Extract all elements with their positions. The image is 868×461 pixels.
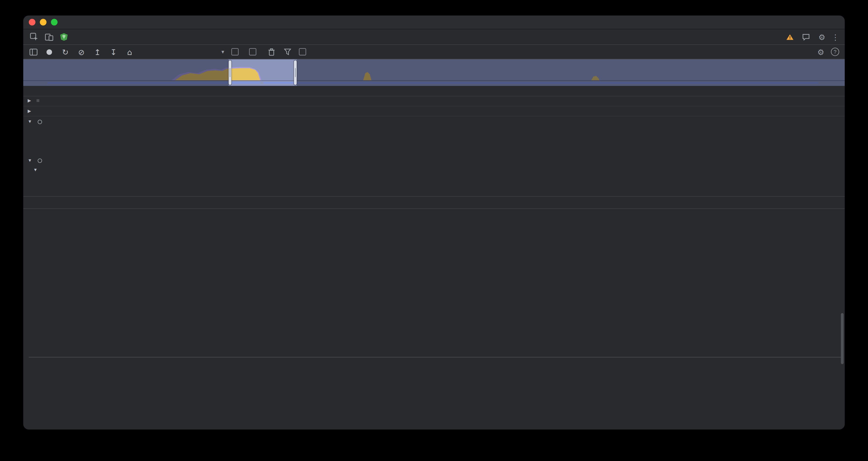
checkbox-box[interactable]	[249, 48, 256, 55]
device-toolbar-icon[interactable]	[41, 29, 56, 44]
kebab-menu-icon[interactable]: ⋮	[832, 33, 839, 40]
checkbox-box[interactable]	[299, 48, 306, 55]
settings-gear-icon[interactable]: ⚙	[818, 33, 826, 40]
load-profile-button[interactable]: ↥	[93, 48, 102, 56]
summary-divider	[29, 357, 843, 357]
expanded-triangle-icon[interactable]: ▼	[28, 158, 32, 163]
collapsed-triangle-icon[interactable]: ▶	[28, 109, 31, 114]
overview-dim-right	[297, 59, 845, 86]
ignore-listing-icon[interactable]	[283, 48, 291, 55]
toolbar-right-actions: ⚙ ?	[817, 48, 839, 56]
timeline-ruler	[23, 86, 845, 96]
dim-3rd-parties-checkbox[interactable]	[299, 48, 309, 55]
home-button[interactable]: ⌂	[125, 48, 134, 56]
save-profile-button[interactable]: ↧	[109, 48, 118, 56]
extension-icon[interactable]	[56, 29, 71, 44]
help-icon[interactable]: ?	[831, 48, 839, 56]
performance-toolbar: ↻ ⊘ ↥ ↧ ⌂ ▾	[23, 45, 845, 59]
warning-icon	[786, 34, 794, 40]
sidebar-toggle-icon[interactable]	[29, 48, 38, 56]
row-divider	[23, 106, 845, 107]
gc-icon[interactable]	[267, 48, 276, 56]
track-config-icon[interactable]	[38, 158, 42, 163]
tabbar-actions: ⚙ ⋮	[786, 29, 845, 44]
timings-track-header[interactable]: ▶	[28, 109, 34, 114]
history-dropdown[interactable]: ▾	[141, 49, 224, 55]
minimize-button[interactable]	[40, 19, 46, 25]
devtools-window: ⚙ ⋮ ↻ ⊘ ↥ ↧ ⌂ ▾	[23, 16, 845, 430]
server-requests-track-header[interactable]: ▼	[28, 119, 45, 124]
details-tabbar	[23, 196, 845, 209]
window-titlebar	[23, 16, 845, 29]
issues-bubble-icon	[802, 33, 810, 40]
row-divider	[23, 116, 845, 117]
track-marker-icon	[36, 99, 39, 102]
window-controls	[29, 19, 58, 25]
close-button[interactable]	[29, 19, 35, 25]
track-config-icon[interactable]	[38, 119, 42, 124]
issues-badge[interactable]	[802, 33, 812, 40]
selection-handle-left[interactable]	[228, 60, 231, 85]
chevron-down-icon: ▾	[221, 49, 224, 55]
memory-checkbox[interactable]	[249, 48, 259, 55]
flame-chart[interactable]: ▶ ▶ ▼ ▼ ▼	[23, 96, 845, 196]
record-button[interactable]	[45, 49, 54, 55]
timeline-overview[interactable]	[23, 59, 845, 86]
expanded-triangle-icon[interactable]: ▼	[28, 119, 32, 124]
clear-button[interactable]: ⊘	[77, 48, 86, 56]
zoom-button[interactable]	[51, 19, 58, 25]
primary-subtrack-header[interactable]: ▼	[33, 167, 40, 172]
screen: ⚙ ⋮ ↻ ⊘ ↥ ↧ ⌂ ▾	[0, 0, 868, 461]
collapsed-triangle-icon[interactable]: ▶	[28, 98, 31, 103]
warnings-badge[interactable]	[786, 34, 796, 40]
summary-pane	[23, 209, 845, 430]
screenshots-checkbox[interactable]	[231, 48, 242, 55]
expanded-triangle-icon[interactable]: ▼	[33, 167, 38, 172]
selection-handle-right[interactable]	[294, 60, 297, 85]
devtools-tabbar: ⚙ ⋮	[23, 29, 845, 45]
inspect-element-icon[interactable]	[27, 29, 41, 44]
server-components-track-header[interactable]: ▼	[28, 158, 45, 163]
network-track-header[interactable]: ▶	[28, 98, 39, 103]
checkbox-box[interactable]	[231, 48, 239, 55]
reload-and-record-button[interactable]: ↻	[61, 48, 70, 56]
bottom-tabs	[23, 197, 30, 208]
overview-dim-left	[23, 59, 229, 86]
capture-settings-gear-icon[interactable]: ⚙	[817, 48, 825, 56]
summary-scrollbar[interactable]	[841, 313, 844, 364]
